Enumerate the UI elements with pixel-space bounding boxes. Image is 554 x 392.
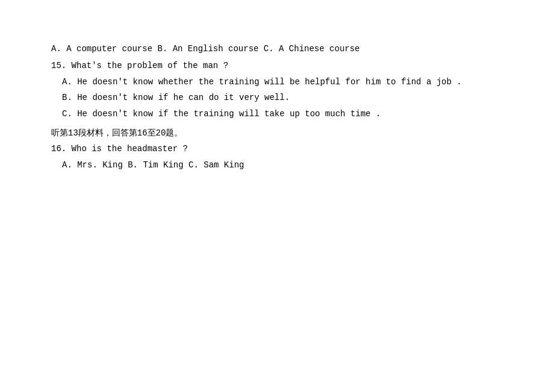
q15-option-a: A. He doesn't know whether the training … — [51, 75, 503, 89]
line-options-abc: A. A computer course B. An English cours… — [51, 42, 503, 55]
q15-option-c: C. He doesn't know if the training will … — [51, 107, 503, 120]
q15-option-b: B. He doesn't know if he can do it very … — [51, 91, 503, 104]
option-a-computer: A. A computer course B. An English cours… — [51, 44, 359, 54]
q16-options: A. Mrs. King B. Tim King C. Sam King — [51, 158, 503, 172]
section13-header: 听第13段材料，回答第16至20题。 — [51, 126, 503, 140]
main-content: A. A computer course B. An English cours… — [0, 0, 554, 198]
q15-label: 15. What's the problem of the man ? — [51, 59, 503, 72]
q16-label: 16. Who is the headmaster ? — [51, 142, 503, 155]
